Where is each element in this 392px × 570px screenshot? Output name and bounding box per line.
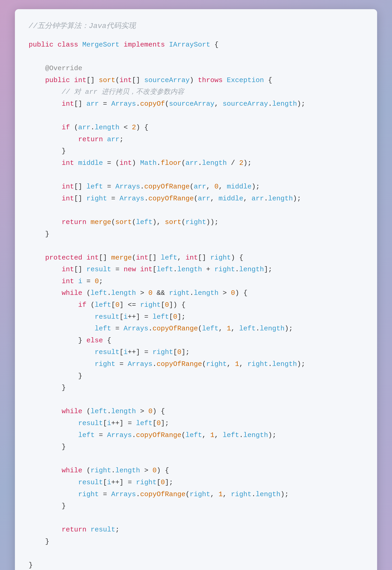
code-line: } [29, 559, 363, 570]
code-line: int middle = (int) Math.floor(arr.length… [29, 157, 363, 169]
code-line: return arr; [29, 134, 363, 146]
code-line [29, 169, 363, 181]
code-line: while (right.length > 0) { [29, 465, 363, 477]
code-line: right = Arrays.copyOfRange(right, 1, rig… [29, 358, 363, 370]
code-line: return merge(sort(left), sort(right)); [29, 216, 363, 228]
code-line: } [29, 536, 363, 548]
code-line: // 对 arr 进行拷贝，不改变参数内容 [29, 86, 363, 98]
code-line: } [29, 500, 363, 512]
code-line: int[] right = Arrays.copyOfRange(arr, mi… [29, 193, 363, 205]
code-line: left = Arrays.copyOfRange(left, 1, left.… [29, 323, 363, 335]
code-line: result[i++] = left[0]; [29, 417, 363, 429]
code-line: result[i++] = left[0]; [29, 311, 363, 323]
code-line: result[i++] = right[0]; [29, 477, 363, 489]
code-line: public int[] sort(int[] sourceArray) thr… [29, 74, 363, 86]
code-line: return result; [29, 524, 363, 536]
code-line: while (left.length > 0 && right.length >… [29, 287, 363, 299]
code-line: } [29, 228, 363, 240]
code-card: //五分钟学算法：Java代码实现 public class MergeSort… [15, 9, 377, 570]
code-line: int[] arr = Arrays.copyOf(sourceArray, s… [29, 98, 363, 110]
code-line [29, 394, 363, 406]
code-line: if (left[0] <= right[0]) { [29, 299, 363, 311]
code-line [29, 204, 363, 216]
code-line: int[] result = new int[left.length + rig… [29, 264, 363, 276]
file-comment: //五分钟学算法：Java代码实现 [29, 21, 363, 31]
code-line: right = Arrays.copyOfRange(right, 1, rig… [29, 489, 363, 500]
code-line: left = Arrays.copyOfRange(left, 1, left.… [29, 429, 363, 441]
code-line: } [29, 441, 363, 453]
code-line [29, 51, 363, 63]
code-line: } else { [29, 335, 363, 347]
code-line [29, 110, 363, 122]
code-line: public class MergeSort implements IArray… [29, 39, 363, 51]
code-line: } [29, 370, 363, 382]
code-line: int i = 0; [29, 276, 363, 287]
code-line: if (arr.length < 2) { [29, 122, 363, 134]
code-line: } [29, 145, 363, 157]
code-line: int[] left = Arrays.copyOfRange(arr, 0, … [29, 181, 363, 193]
code-line [29, 512, 363, 524]
code-line: while (left.length > 0) { [29, 406, 363, 417]
code-line: } [29, 382, 363, 394]
code-line: @Override [29, 63, 363, 74]
code-line [29, 548, 363, 560]
code-line [29, 240, 363, 252]
code-line: result[i++] = right[0]; [29, 346, 363, 358]
code-line [29, 453, 363, 465]
code-block: public class MergeSort implements IArray… [29, 39, 363, 570]
code-line: protected int[] merge(int[] left, int[] … [29, 252, 363, 264]
